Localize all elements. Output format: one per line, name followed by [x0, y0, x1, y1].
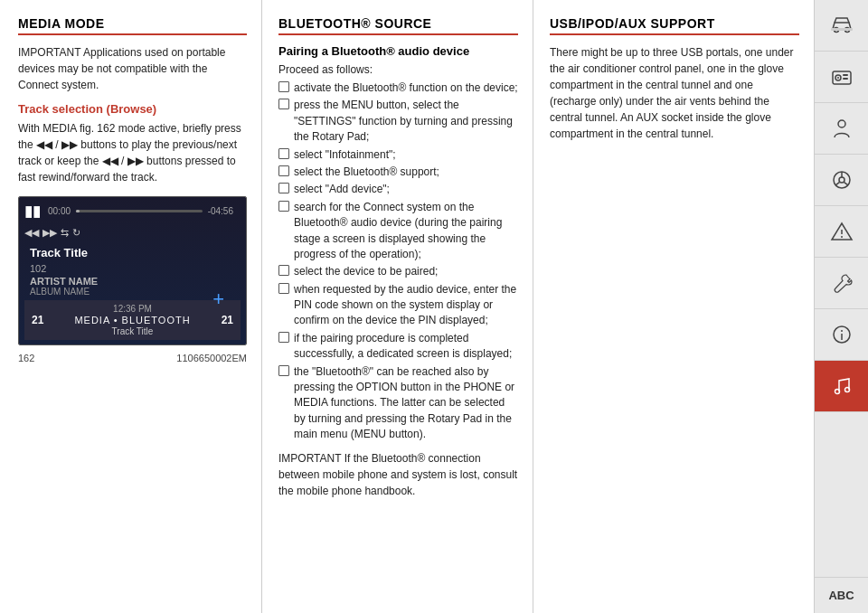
- bullet-item: select the Bluetooth® support;: [278, 165, 518, 180]
- bullet-item: press the MENU button, select the "SETTI…: [278, 98, 518, 145]
- media-track-title: Track Title: [30, 246, 235, 259]
- media-track-num: 102: [30, 263, 235, 274]
- media-top-bar: ▮▮ 00:00 -04:56: [24, 203, 241, 220]
- bullet-text: search for the Connect system on the Blu…: [294, 200, 518, 263]
- bullet-checkbox: [278, 183, 289, 193]
- bullet-item: when requested by the audio device, ente…: [278, 282, 518, 329]
- svg-line-12: [835, 183, 839, 185]
- bullet-item: select "Add device";: [278, 182, 518, 197]
- media-bottom-bar: 21 12:36 PM MEDIA • BLUETOOTH Track Titl…: [24, 300, 241, 340]
- bullet-checkbox: [278, 201, 289, 212]
- svg-line-13: [844, 183, 847, 185]
- bullet-checkbox: [278, 265, 289, 276]
- sidebar-item-wrench[interactable]: [815, 258, 868, 309]
- media-progress-track: [76, 210, 203, 212]
- svg-point-20: [844, 388, 849, 392]
- sidebar-item-info[interactable]: [815, 309, 868, 361]
- prev-track-btn[interactable]: ◀◀: [24, 227, 39, 239]
- shuffle-btn[interactable]: ⇆: [61, 227, 69, 239]
- media-artist-name: ARTIST NAME: [30, 276, 235, 287]
- bullet-checkbox: [278, 81, 289, 92]
- left-subsection-text: With MEDIA fig. 162 mode active, briefly…: [18, 120, 247, 185]
- svg-point-10: [839, 177, 844, 183]
- bluetooth-icon: +: [212, 288, 224, 311]
- left-intro-text: IMPORTANT Applications used on portable …: [18, 44, 247, 93]
- bullet-text: the "Bluetooth®" can be reached also by …: [294, 364, 518, 443]
- media-progress-fill: [76, 210, 80, 212]
- music-icon: [829, 373, 854, 399]
- middle-important-text: IMPORTANT If the Bluetooth® connection b…: [278, 450, 518, 499]
- bullet-checkbox: [278, 283, 289, 294]
- svg-rect-6: [843, 74, 848, 76]
- figure-code: 1106650002EM: [176, 353, 247, 363]
- svg-point-18: [841, 330, 843, 332]
- next-track-btn[interactable]: ▶▶: [42, 227, 57, 239]
- bullet-text: activate the Bluetooth® function on the …: [294, 80, 518, 96]
- bullet-item: select "Infotainment";: [278, 147, 518, 163]
- info-icon: [829, 322, 854, 347]
- right-sidebar: ABC: [814, 0, 868, 613]
- right-section-title: USB/iPod/AUX SUPPORT: [550, 16, 799, 35]
- media-time-bar: 00:00 -04:56: [48, 206, 233, 216]
- bullet-item: if the pairing procedure is completed su…: [278, 331, 518, 363]
- media-bottom-num-left: 21: [32, 314, 43, 326]
- bullet-text: press the MENU button, select the "SETTI…: [294, 98, 518, 145]
- sidebar-item-warning[interactable]: [815, 206, 868, 258]
- media-bottom-label: MEDIA • BLUETOOTH: [74, 315, 190, 325]
- wrench-icon: [829, 270, 854, 296]
- bullet-item: activate the Bluetooth® function on the …: [278, 80, 518, 96]
- warning-icon: [829, 219, 854, 244]
- bullet-checkbox: [278, 365, 289, 376]
- sidebar-item-audio[interactable]: [815, 52, 868, 103]
- media-bottom-time: 12:36 PM: [113, 304, 152, 314]
- media-album-name: ALBUM NAME: [30, 287, 235, 297]
- left-subsection-title: Track selection (Browse): [18, 102, 247, 116]
- svg-rect-2: [831, 28, 853, 31]
- media-bottom-trackname: Track Title: [112, 326, 154, 336]
- bullet-list: activate the Bluetooth® function on the …: [278, 80, 518, 443]
- bullet-text: select "Infotainment";: [294, 147, 396, 163]
- media-time-total: -04:56: [208, 206, 233, 216]
- left-section-title: MEDIA MODE: [18, 16, 247, 35]
- right-column: USB/iPod/AUX SUPPORT There might be up t…: [533, 0, 814, 613]
- pairing-title: Pairing a Bluetooth® audio device: [278, 44, 518, 58]
- pause-icon: ▮▮: [24, 203, 41, 220]
- bullet-text: select the device to be paired;: [294, 264, 438, 279]
- person-icon: [829, 116, 854, 141]
- svg-point-5: [837, 77, 839, 79]
- figure-caption: 162 1106650002EM: [18, 353, 247, 363]
- svg-point-8: [838, 120, 845, 127]
- sidebar-item-music[interactable]: [815, 361, 868, 412]
- bullet-checkbox: [278, 99, 289, 109]
- sidebar-abc-label[interactable]: ABC: [815, 577, 868, 613]
- middle-column: Bluetooth® SOURCE Pairing a Bluetooth® a…: [262, 0, 533, 613]
- middle-section-title: Bluetooth® SOURCE: [278, 16, 518, 35]
- media-time-current: 00:00: [48, 206, 71, 216]
- bullet-text: select "Add device";: [294, 182, 390, 197]
- main-content: MEDIA MODE IMPORTANT Applications used o…: [0, 0, 814, 613]
- bullet-text: select the Bluetooth® support;: [294, 165, 439, 180]
- steering-icon: [829, 167, 854, 193]
- car-icon: [829, 13, 854, 38]
- sidebar-item-person[interactable]: [815, 103, 868, 155]
- right-body-text: There might be up to three USB portals, …: [550, 44, 799, 142]
- media-bottom-num-right: 21: [222, 314, 233, 326]
- svg-rect-7: [843, 78, 848, 80]
- media-controls: ◀◀ ▶▶ ⇆ ↻: [24, 227, 241, 239]
- proceed-text: Proceed as follows:: [278, 63, 518, 76]
- bullet-text: when requested by the audio device, ente…: [294, 282, 518, 329]
- bullet-item: select the device to be paired;: [278, 264, 518, 279]
- figure-num: 162: [18, 353, 34, 363]
- bullet-checkbox: [278, 165, 289, 176]
- svg-point-15: [841, 236, 843, 238]
- media-display: ▮▮ 00:00 -04:56 ◀◀ ▶▶ ⇆ ↻: [18, 196, 247, 345]
- media-track-info: Track Title 102 ARTIST NAME ALBUM NAME: [24, 242, 241, 300]
- bullet-item: the "Bluetooth®" can be reached also by …: [278, 364, 518, 443]
- audio-icon: [829, 64, 854, 90]
- bullet-checkbox: [278, 332, 289, 343]
- sidebar-item-car[interactable]: [815, 0, 868, 52]
- repeat-btn[interactable]: ↻: [72, 227, 80, 239]
- sidebar-item-steering[interactable]: [815, 155, 868, 206]
- left-column: MEDIA MODE IMPORTANT Applications used o…: [0, 0, 262, 613]
- bullet-item: search for the Connect system on the Blu…: [278, 200, 518, 263]
